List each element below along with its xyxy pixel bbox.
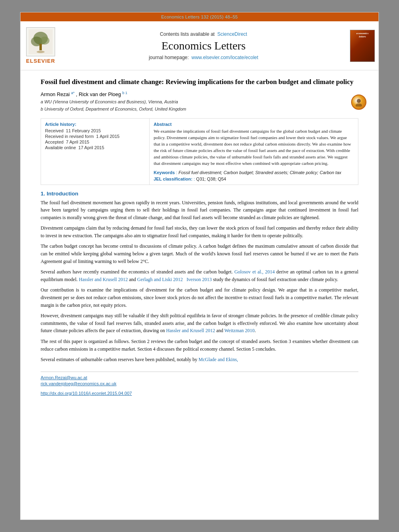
article-title: Fossil fuel divestment and climate chang… [41,78,358,87]
abstract-label: Abstract [154,122,354,127]
cite-golosov: Golosov et al., 2014 [234,269,275,275]
author-separator: , [76,92,79,97]
cite-hassler-krusell-1: Hassler and Krusell 2012 [79,277,128,282]
affiliation-b: b University of Oxford, Department of Ec… [41,106,358,112]
profile-icon [351,94,366,110]
and-text: and [129,277,136,282]
accepted-item: Accepted 7 April 2015 [45,140,145,144]
revised-label: Received in revised form [45,134,94,139]
doi-link[interactable]: http://dx.doi.org/10.1016/j.econlet.2015… [41,391,132,396]
body-paragraph-4: Several authors have recently examined t… [41,268,358,283]
elsevier-tree-logo [26,27,55,56]
contents-text: Contents lists available at [160,31,215,37]
article-info-row: Article history: Received 11 February 20… [41,118,358,185]
abstract-text: We examine the implications of fossil fu… [154,128,354,167]
top-bar: Economics Letters 132 (2015) 48–55 [21,12,378,21]
cover-title-line1: economics [356,32,368,35]
svg-point-5 [37,51,45,53]
journal-cover-block: economics letters [346,25,378,66]
cover-image: economics letters [350,30,375,62]
available-item: Available online 17 April 2015 [45,145,145,150]
available-label: Available online [45,145,76,150]
author-b-name: Rick van der Ploeg [79,92,121,97]
cite-iverson: Iverson 2013 [187,277,212,282]
journal-title-block: Contents lists available at ScienceDirec… [61,25,346,66]
journal-citation: Economics Letters 132 (2015) 48–55 [161,14,238,19]
footnote-section: Armon.Rezai@wu.ac.at rick.vanderploeg@ec… [41,372,358,396]
keywords-values: Fossil fuel divestment; Carbon budget; S… [179,170,341,175]
tree-svg [29,29,53,54]
keywords-label: Keywords [154,170,175,175]
author-a-name: Armon Rezai [41,92,70,97]
cite-mcglade-ekins: McGlade and Ekins, [199,357,238,362]
history-label: Article history: [45,122,145,127]
svg-rect-4 [39,44,42,50]
contents-available-line: Contents lists available at ScienceDirec… [160,31,247,37]
body-paragraph-6: However, divestment campaigns may still … [41,312,358,335]
body-paragraph-2: Divestment campaigns claim that by reduc… [41,224,358,239]
revised-item: Received in revised form 1 April 2015 [45,134,145,139]
svg-point-3 [40,37,49,45]
cover-title-line2: letters [359,35,366,38]
author-a-sup: a* [71,91,75,95]
received-item: Received 11 February 2015 [45,128,145,133]
available-date: 17 April 2015 [78,145,104,150]
svg-point-6 [357,99,361,103]
author-b-sup: b 1 [122,91,128,95]
jel-label: JEL classification: [154,177,192,181]
accepted-label: Accepted [45,140,64,144]
journal-title-heading: Economics Letters [161,39,245,52]
received-label: Received [45,128,64,133]
affiliation-a: a WU (Vienna University of Economics and… [41,99,358,105]
jel-area: JEL classification: : Q31; Q38; Q54 [154,177,354,181]
email-link-rezai[interactable]: Armon.Rezai@wu.ac.at [41,375,358,380]
page: Economics Letters 132 (2015) 48–55 ELSEV… [20,12,379,520]
received-date: 11 February 2015 [66,128,101,133]
authors-line: Armon Rezai a* , Rick van der Ploeg b 1 [41,91,358,97]
email-link-vanderploeg[interactable]: rick.vanderploeg@economics.ox.ac.uk [41,381,358,386]
cite-hassler-krusell-2: Hassler and Krusell 2012 [166,328,215,333]
homepage-url-link[interactable]: www.elsevier.com/locate/ecolet [191,55,258,60]
journal-homepage-line: journal homepage: www.elsevier.com/locat… [149,55,258,60]
article-title-area: Fossil fuel divestment and climate chang… [41,78,358,113]
svg-point-7 [356,103,362,107]
abstract-box: Abstract We examine the implications of … [150,119,358,185]
article-history-box: Article history: Received 11 February 20… [41,119,150,185]
elsevier-logo-block: ELSEVIER [21,25,61,66]
section1-heading: 1. Introduction [41,191,358,197]
jel-codes: Q31; Q38; Q54 [196,177,226,181]
accepted-date: 7 April 2015 [66,140,89,144]
doi-line: http://dx.doi.org/10.1016/j.econlet.2015… [41,389,358,396]
body-paragraph-3: The carbon budget concept has become cen… [41,242,358,265]
keywords-area: Keywords : Fossil fuel divestment; Carbo… [154,170,354,175]
homepage-prefix: journal homepage: [149,55,189,60]
body-paragraph-1: The fossil fuel divestment movement has … [41,199,358,222]
revised-date: 1 April 2015 [96,134,119,139]
journal-header: ELSEVIER Contents lists available at Sci… [21,21,378,70]
article-body: Fossil fuel divestment and climate chang… [21,70,378,405]
body-paragraph-7: The rest of this paper is organized as f… [41,338,358,353]
sciencedirect-link[interactable]: ScienceDirect [217,31,247,37]
elsevier-brand-text: ELSEVIER [26,58,55,64]
body-paragraph-5: Our contribution is to examine the impli… [41,286,358,309]
cite-weitzman: Weitzman 2010 [224,328,255,333]
body-paragraph-8: Several estimates of unburnable carbon r… [41,356,358,364]
cite-gerlagh: Gerlagh and Liski 2012 [137,277,183,282]
